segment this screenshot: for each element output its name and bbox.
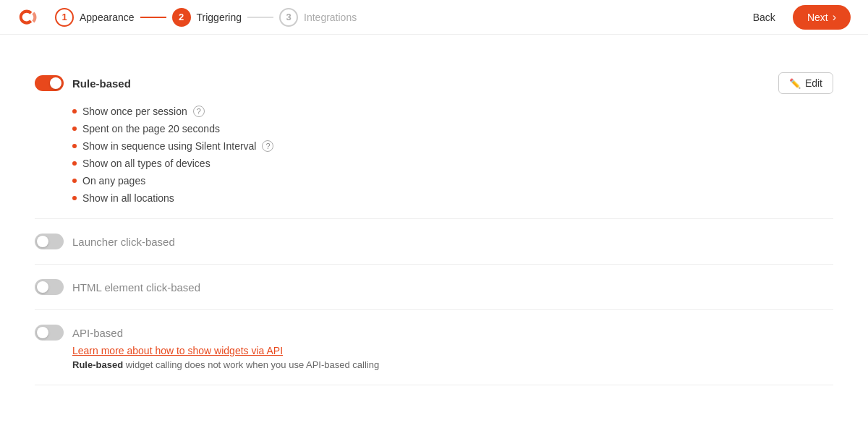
rule-text: On any pages <box>82 175 145 187</box>
launcher-click-based-toggle[interactable] <box>35 234 64 249</box>
rule-item: Show once per session ? <box>72 106 833 117</box>
section-launcher-click-based: Launcher click-based <box>35 219 833 265</box>
step-1-label: Appearance <box>80 12 135 23</box>
section-api-header: API-based <box>35 325 833 341</box>
rule-item: On any pages <box>72 175 833 187</box>
step-1-circle: 1 <box>55 8 74 27</box>
api-note-rest: widget calling does not work when you us… <box>123 359 379 370</box>
help-icon[interactable]: ? <box>193 106 205 117</box>
step-3-circle: 3 <box>279 8 298 27</box>
rule-based-title: Rule-based <box>72 77 131 90</box>
header-actions: Back Next <box>744 5 851 30</box>
step-3-number: 3 <box>286 12 291 22</box>
back-button[interactable]: Back <box>744 7 784 27</box>
section-rule-based: Rule-based ✏️ Edit Show once per session… <box>35 58 833 219</box>
step-connector-1-2 <box>140 17 166 18</box>
rule-item: Show in all locations <box>72 192 833 204</box>
rule-text: Show once per session <box>82 106 187 117</box>
steps-nav: 1 Appearance 2 Triggering 3 Integrations <box>55 8 357 27</box>
step-3: 3 Integrations <box>279 8 357 27</box>
launcher-click-based-title: Launcher click-based <box>72 236 175 248</box>
section-rule-based-header: Rule-based ✏️ Edit <box>35 72 833 94</box>
step-1: 1 Appearance <box>55 8 135 27</box>
api-learn-more-link[interactable]: Learn more about how to show widgets via… <box>72 345 283 356</box>
section-launcher-header: Launcher click-based <box>35 234 833 249</box>
rule-dot <box>72 109 77 114</box>
header: 1 Appearance 2 Triggering 3 Integrations… <box>0 0 868 35</box>
rule-based-toggle[interactable] <box>35 75 64 91</box>
html-element-click-based-toggle[interactable] <box>35 279 64 295</box>
section-api-based: API-based Learn more about how to show w… <box>35 310 833 385</box>
rule-dot <box>72 179 77 183</box>
edit-label: Edit <box>805 77 822 89</box>
section-html-element-click-based: HTML element click-based <box>35 265 833 310</box>
api-note: Rule-based widget calling does not work … <box>72 359 833 370</box>
pencil-icon: ✏️ <box>789 78 801 89</box>
html-element-click-based-title: HTML element click-based <box>72 281 200 294</box>
step-2-circle: 2 <box>172 8 191 27</box>
step-1-number: 1 <box>61 12 67 22</box>
step-connector-2-3 <box>247 17 273 18</box>
section-rule-based-left: Rule-based <box>35 75 131 91</box>
api-based-toggle[interactable] <box>35 325 64 341</box>
rule-text: Show in sequence using Silent Interval <box>82 140 256 152</box>
rule-item: Show in sequence using Silent Interval ? <box>72 140 833 152</box>
step-2-number: 2 <box>179 12 184 22</box>
rule-text: Show in all locations <box>82 192 174 204</box>
rule-item: Show on all types of devices <box>72 158 833 169</box>
step-2: 2 Triggering <box>172 8 242 27</box>
api-link-wrapper: Learn more about how to show widgets via… <box>72 345 833 356</box>
section-html-header: HTML element click-based <box>35 279 833 295</box>
rules-list: Show once per session ? Spent on the pag… <box>72 106 833 204</box>
help-icon[interactable]: ? <box>262 140 273 152</box>
rule-dot <box>72 127 77 131</box>
rule-dot <box>72 196 77 200</box>
section-launcher-left: Launcher click-based <box>35 234 175 249</box>
api-note-bold: Rule-based <box>72 359 123 370</box>
step-2-label: Triggering <box>197 12 242 23</box>
next-button[interactable]: Next <box>793 5 851 30</box>
section-api-left: API-based <box>35 325 123 341</box>
rule-item: Spent on the page 20 seconds <box>72 123 833 134</box>
rule-dot <box>72 161 77 166</box>
logo <box>17 6 41 29</box>
rule-dot <box>72 144 77 148</box>
rule-text: Spent on the page 20 seconds <box>82 123 220 134</box>
main-content: Rule-based ✏️ Edit Show once per session… <box>0 35 868 408</box>
section-html-left: HTML element click-based <box>35 279 200 295</box>
edit-button[interactable]: ✏️ Edit <box>778 72 833 94</box>
rule-text: Show on all types of devices <box>82 158 210 169</box>
step-3-label: Integrations <box>304 12 357 23</box>
api-based-title: API-based <box>72 327 123 339</box>
